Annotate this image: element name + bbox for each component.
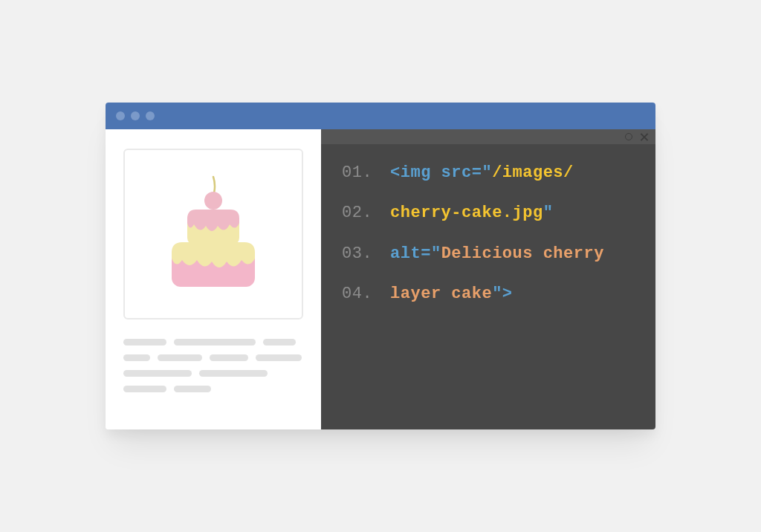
line-number: 03. xyxy=(342,244,372,264)
code-line: 03. alt="Delicious cherry xyxy=(342,244,635,264)
minimize-icon[interactable] xyxy=(625,133,632,140)
window-controls xyxy=(116,111,155,120)
code-text: cherry-cake.jpg" xyxy=(390,204,553,223)
code-line: 04. layer cake"> xyxy=(342,285,635,304)
line-number: 01. xyxy=(342,163,372,183)
code-block: 01. <img src="/images/ 02. cherry-cake.j… xyxy=(342,163,635,305)
code-panel: 01. <img src="/images/ 02. cherry-cake.j… xyxy=(321,129,655,429)
window-control-dot[interactable] xyxy=(116,111,125,120)
code-text: alt="Delicious cherry xyxy=(390,244,604,264)
close-icon[interactable] xyxy=(640,133,648,141)
code-line: 02. cherry-cake.jpg" xyxy=(342,204,635,223)
cake-icon xyxy=(154,171,273,297)
browser-window: 01. <img src="/images/ 02. cherry-cake.j… xyxy=(106,103,655,429)
line-number: 04. xyxy=(342,285,372,304)
window-titlebar xyxy=(106,103,655,129)
svg-point-0 xyxy=(204,192,222,210)
placeholder-text xyxy=(123,339,303,392)
preview-panel xyxy=(106,129,321,429)
window-control-dot[interactable] xyxy=(146,111,155,120)
code-line: 01. <img src="/images/ xyxy=(342,163,635,183)
window-control-dot[interactable] xyxy=(131,111,140,120)
line-number: 02. xyxy=(342,204,372,223)
image-preview-card xyxy=(123,149,303,319)
code-text: <img src="/images/ xyxy=(390,163,574,183)
code-text: layer cake"> xyxy=(390,285,512,304)
window-content: 01. <img src="/images/ 02. cherry-cake.j… xyxy=(106,129,655,429)
code-panel-controls xyxy=(321,129,655,144)
